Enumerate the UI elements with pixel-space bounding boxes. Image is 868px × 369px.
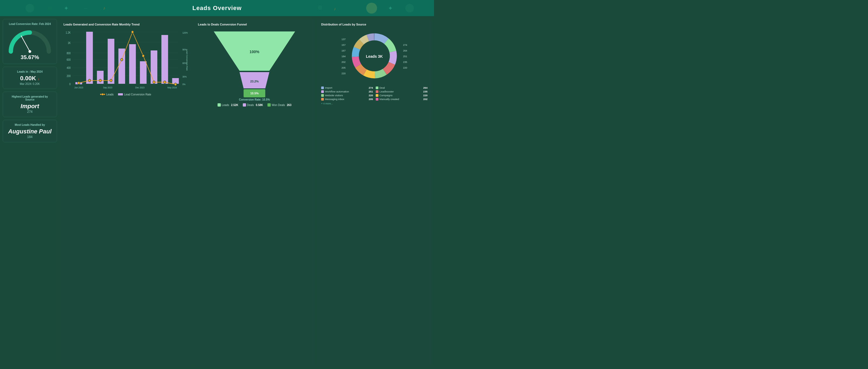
svg-point-38 bbox=[99, 79, 101, 82]
svg-rect-58 bbox=[118, 93, 123, 95]
funnel-chart-area: 100% 23.2% 10.5% Conversion Rate: 10.5% bbox=[198, 29, 311, 101]
legend-website-dot bbox=[321, 94, 324, 97]
svg-rect-31 bbox=[129, 44, 136, 84]
svg-text:1K: 1K bbox=[68, 41, 71, 44]
funnel-deals-label: Deals bbox=[247, 104, 254, 106]
svg-text:♪: ♪ bbox=[334, 6, 336, 11]
legend-deal-dot bbox=[376, 87, 378, 89]
svg-text:0%: 0% bbox=[182, 83, 186, 86]
legend-leadbooster-label: Leadbooster bbox=[379, 90, 394, 93]
funnel-title: Leads to Deals Conversion Funnel bbox=[198, 23, 311, 26]
svg-text:120%: 120% bbox=[182, 31, 187, 34]
conversion-legend-label: Lead Conversion Rate bbox=[124, 93, 151, 96]
callout-205: 205 bbox=[341, 66, 346, 69]
svg-text:Dec 2023: Dec 2023 bbox=[135, 86, 145, 89]
main-layout: Lead Conversion Rate: Feb 2024 35.67% Le… bbox=[0, 16, 434, 369]
svg-text:23.2%: 23.2% bbox=[250, 80, 258, 83]
svg-text:~: ~ bbox=[84, 5, 87, 11]
legend-import-label: Import bbox=[325, 86, 332, 89]
svg-point-42 bbox=[142, 55, 145, 57]
conversion-legend-icon bbox=[118, 93, 123, 96]
highest-leads-source-count: 274 bbox=[7, 110, 53, 113]
donut-more-label[interactable]: + 4 more... bbox=[321, 102, 428, 105]
down-arrow-icon: ↓ bbox=[38, 77, 40, 81]
legend-workflow: Workflow automation 251 bbox=[321, 90, 373, 93]
svg-line-10 bbox=[21, 36, 30, 52]
funnel-won-dot bbox=[268, 103, 271, 106]
conversion-rate-card: Lead Conversion Rate: Feb 2024 35.67% bbox=[3, 19, 57, 64]
legend-workflow-label: Workflow automation bbox=[325, 90, 349, 93]
donut-center-label: Leads 3K bbox=[366, 54, 383, 59]
bar-legend-leads: Leads bbox=[100, 93, 114, 96]
legend-import: Import 274 bbox=[321, 86, 373, 89]
funnel-leads-dot bbox=[218, 103, 221, 106]
gauge-wrap: 35.67% bbox=[7, 27, 53, 61]
svg-text:30%: 30% bbox=[182, 75, 187, 78]
svg-text:Lead Conversion Rate: Lead Conversion Rate bbox=[186, 49, 188, 70]
funnel-legend: Leads 2.52K Deals 0.58K Won Deals 263 bbox=[198, 103, 311, 106]
most-leads-person-count: 184 bbox=[7, 135, 53, 139]
svg-point-1 bbox=[48, 6, 52, 10]
leads-may-sub: Mar 2024: 0.20K bbox=[7, 82, 53, 86]
legend-leadbooster: Leadbooster 235 bbox=[376, 90, 428, 93]
right-column: Distribution of Leads by Source 137 157 … bbox=[317, 19, 431, 366]
most-leads-person-card: Most Leads Handled by Augustine Paul 184 bbox=[3, 120, 57, 142]
donut-title: Distribution of Leads by Source bbox=[321, 23, 428, 26]
donut-svg-container: Leads 3K bbox=[347, 29, 401, 84]
most-leads-person-name: Augustine Paul bbox=[7, 128, 53, 135]
svg-rect-34 bbox=[161, 35, 168, 84]
funnel-legend-leads: Leads 2.52K bbox=[218, 103, 239, 106]
svg-point-7 bbox=[366, 3, 377, 13]
legend-manual: Manually created 202 bbox=[376, 98, 428, 101]
legend-manual-dot bbox=[376, 98, 378, 101]
svg-text:1.2K: 1.2K bbox=[66, 31, 71, 34]
leads-legend-icon bbox=[100, 93, 105, 96]
legend-website-label: Website visitors bbox=[325, 94, 343, 97]
svg-point-43 bbox=[153, 81, 155, 83]
svg-text:200: 200 bbox=[67, 74, 71, 77]
donut-main-area: 137 157 167 184 202 205 220 bbox=[321, 29, 428, 84]
leads-may-value: 0.00K ↓ bbox=[7, 75, 53, 82]
funnel-svg: 100% 23.2% 10.5% bbox=[208, 29, 301, 99]
svg-point-11 bbox=[29, 50, 31, 53]
legend-leadbooster-dot bbox=[376, 90, 378, 93]
bar-chart-title: Leads Generated and Conversion Rate Mont… bbox=[63, 23, 188, 26]
funnel-panel: Leads to Deals Conversion Funnel 100% 23… bbox=[194, 19, 315, 366]
highest-leads-source-value: Import bbox=[7, 103, 53, 110]
svg-point-40 bbox=[120, 58, 123, 61]
legend-import-dot bbox=[321, 87, 324, 89]
legend-website-count: 220 bbox=[369, 94, 373, 97]
funnel-leads-label: Leads bbox=[222, 104, 229, 106]
callout-184: 184 bbox=[341, 55, 346, 58]
callout-264: 264 bbox=[403, 49, 407, 52]
svg-point-39 bbox=[110, 79, 112, 82]
legend-deal: Deal 264 bbox=[376, 86, 428, 89]
callout-235: 235 bbox=[403, 61, 407, 63]
bar-chart-legend: Leads Lead Conversion Rate bbox=[63, 93, 188, 96]
svg-text:100%: 100% bbox=[250, 49, 259, 54]
svg-point-57 bbox=[101, 93, 104, 95]
svg-text:✦: ✦ bbox=[64, 5, 69, 12]
svg-text:800: 800 bbox=[67, 52, 71, 55]
legend-workflow-dot bbox=[321, 90, 324, 93]
center-area: Leads Generated and Conversion Rate Mont… bbox=[60, 19, 315, 366]
funnel-deals-value: 0.58K bbox=[256, 104, 263, 106]
bar-chart-container: 1.2K 1K 800 600 400 200 0 bbox=[63, 29, 188, 91]
callout-220-left: 220 bbox=[341, 72, 346, 75]
legend-campaigns-label: Campaigns bbox=[379, 94, 393, 97]
legend-deal-label: Deal bbox=[379, 86, 385, 89]
donut-left-callouts: 137 157 167 184 202 205 220 bbox=[341, 38, 346, 75]
svg-point-37 bbox=[88, 79, 91, 82]
left-column: Lead Conversion Rate: Feb 2024 35.67% Le… bbox=[3, 19, 57, 366]
funnel-won-label: Won Deals bbox=[272, 104, 285, 106]
legend-leadbooster-count: 235 bbox=[423, 90, 428, 93]
conversion-rate-value: 35.67% bbox=[21, 54, 39, 61]
svg-point-36 bbox=[78, 81, 80, 84]
callout-202: 202 bbox=[341, 61, 346, 63]
legend-messaging-count: 205 bbox=[369, 98, 373, 101]
bar-legend-conversion: Lead Conversion Rate bbox=[118, 93, 151, 96]
legend-campaigns-count: 220 bbox=[423, 94, 428, 97]
conversion-rate-label: Lead Conversion Rate: Feb 2024 bbox=[7, 23, 53, 26]
svg-point-45 bbox=[175, 83, 177, 86]
leads-may-label: Leads in : May 2024 bbox=[7, 70, 53, 73]
